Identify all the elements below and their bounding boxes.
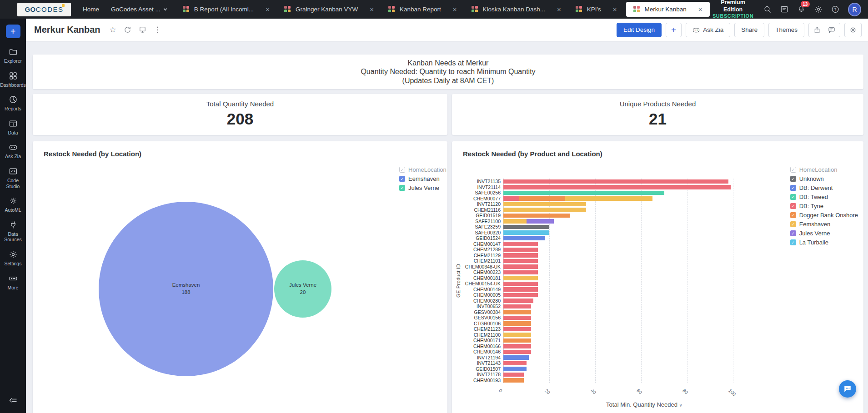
bar[interactable] — [503, 282, 538, 286]
legend-checkbox[interactable]: ✓ — [790, 203, 796, 209]
share-button[interactable]: Share — [734, 23, 764, 37]
bar-segment-eemshaven[interactable] — [503, 202, 586, 207]
legend-checkbox[interactable]: ✓ — [399, 176, 405, 182]
sidebar-item-settings[interactable]: Settings — [0, 250, 26, 267]
tab-close-icon[interactable]: × — [266, 6, 270, 13]
legend-item[interactable]: ✓HomeLocation — [790, 166, 858, 173]
bar-segment-db-tyne[interactable] — [503, 270, 538, 275]
bar-segment-db-tyne[interactable] — [503, 316, 531, 320]
tab-close-icon[interactable]: × — [698, 6, 702, 13]
legend-checkbox[interactable]: ✓ — [790, 221, 796, 227]
dashboard-tab[interactable]: KPI's× — [568, 0, 624, 19]
legend-checkbox[interactable]: ✓ — [790, 167, 796, 173]
legend-item[interactable]: ✓La Turballe — [790, 239, 858, 246]
slideshow-icon[interactable] — [139, 26, 146, 34]
bar-segment-eemshaven[interactable] — [503, 208, 586, 212]
bar[interactable] — [503, 185, 731, 189]
bar[interactable] — [503, 242, 538, 246]
bar-segment-db-tyne[interactable] — [503, 327, 531, 332]
legend-item[interactable]: ✓DB: Derwent — [790, 184, 858, 191]
legend-checkbox[interactable]: ✓ — [790, 185, 796, 191]
bar-segment-db-tyne[interactable] — [503, 259, 538, 264]
sidebar-item-code-studio[interactable]: Code Studio — [0, 167, 26, 189]
bar[interactable] — [503, 333, 531, 337]
bar-segment-db-derwent[interactable] — [503, 367, 527, 371]
sidebar-item-automl[interactable]: AutoML — [0, 196, 26, 213]
bar[interactable] — [503, 373, 524, 377]
sidebar-item-data-sources[interactable]: Data Sources — [0, 220, 26, 243]
nav-asset-menu[interactable]: GoCodes Asset ... — [111, 6, 167, 13]
bar[interactable] — [503, 230, 549, 235]
bar-segment-la-turballe[interactable] — [503, 230, 549, 235]
sidebar-item-explorer[interactable]: Explorer — [0, 47, 26, 64]
sidebar-item-ask-zia[interactable]: Ask Zia — [0, 143, 26, 159]
more-options-icon[interactable]: ⋮ — [154, 25, 161, 35]
bar-segment-db-tyne[interactable] — [503, 185, 731, 189]
bar-segment-db-tweed[interactable] — [503, 191, 664, 195]
legend-item[interactable]: ✓HomeLocation — [399, 166, 447, 173]
bar-segment-db-tyne[interactable] — [503, 350, 531, 354]
bar-segment-jules-verne[interactable] — [527, 219, 554, 224]
bar-segment-dogger-bank-onshore[interactable] — [503, 338, 531, 343]
bar[interactable] — [503, 299, 533, 303]
bar-segment-db-tyne[interactable] — [503, 179, 728, 184]
legend-item[interactable]: ✓Eemshaven — [790, 221, 858, 228]
edit-design-button[interactable]: Edit Design — [617, 23, 662, 37]
bar[interactable] — [503, 270, 538, 275]
settings-gear-icon[interactable] — [814, 5, 823, 14]
subscription-label[interactable]: SUBSCRIPTION — [712, 13, 755, 20]
bar-segment-db-tyne[interactable] — [503, 242, 538, 246]
legend-checkbox[interactable]: ✓ — [790, 212, 796, 218]
legend-item[interactable]: ✓Jules Verne — [399, 184, 447, 191]
chat-assistant-button[interactable] — [839, 380, 856, 398]
legend-item[interactable]: ✓Dogger Bank Onshore — [790, 212, 858, 219]
legend-item[interactable]: ✓Jules Verne — [790, 230, 858, 237]
bar-segment-db-tyne[interactable] — [503, 287, 538, 292]
bar[interactable] — [503, 355, 529, 360]
bar-segment-unknown[interactable] — [503, 225, 549, 229]
bar-segment-db-tyne[interactable] — [503, 282, 538, 286]
bar[interactable] — [503, 179, 728, 184]
x-axis-title[interactable]: Total Min. Quantity Needed ∨ — [503, 401, 785, 408]
bar-segment-db-derwent[interactable] — [503, 236, 545, 241]
bar-segment-dogger-bank-onshore[interactable] — [503, 214, 570, 218]
bar[interactable] — [503, 293, 538, 298]
bar[interactable] — [503, 321, 531, 326]
legend-checkbox[interactable]: ✓ — [399, 185, 405, 191]
search-icon[interactable] — [763, 5, 772, 14]
themes-button[interactable]: Themes — [768, 23, 804, 37]
bar-segment-db-tyne[interactable] — [503, 253, 538, 258]
dashboard-tab[interactable]: Grainger Kanban VYW× — [277, 0, 381, 19]
legend-checkbox[interactable]: ✓ — [790, 230, 796, 236]
legend-checkbox[interactable]: ✓ — [790, 194, 796, 200]
bar-segment-db-tyne[interactable] — [503, 373, 524, 377]
bar[interactable] — [503, 378, 524, 383]
bar[interactable] — [503, 344, 531, 348]
export-icon[interactable] — [813, 26, 821, 34]
legend-item[interactable]: ✓DB: Tweed — [790, 194, 858, 200]
bar-segment-db-tyne[interactable] — [503, 361, 527, 366]
dashboard-tab[interactable]: Kloska Kanban Dash...× — [464, 0, 568, 19]
bar[interactable] — [503, 253, 538, 258]
bar-segment-eemshaven[interactable] — [565, 196, 652, 201]
bar-segment-db-tyne[interactable] — [503, 304, 531, 309]
favorite-star-icon[interactable]: ☆ — [110, 25, 116, 35]
sidebar-item-more[interactable]: More — [0, 274, 26, 291]
nav-home[interactable]: Home — [83, 6, 99, 13]
bar[interactable] — [503, 361, 527, 366]
gear-icon[interactable] — [849, 26, 857, 34]
bar[interactable] — [503, 196, 652, 201]
bar[interactable] — [503, 327, 531, 332]
bar-segment-db-tyne[interactable] — [503, 344, 531, 348]
bar-segment-dogger-bank-onshore[interactable] — [503, 310, 531, 314]
bar-segment-dogger-bank-onshore[interactable] — [519, 196, 565, 201]
bar-segment-eemshaven[interactable] — [503, 276, 538, 280]
bar-segment-db-derwent[interactable] — [503, 355, 529, 360]
bar[interactable] — [503, 287, 538, 292]
bar[interactable] — [503, 259, 538, 264]
bar-segment-dogger-bank-onshore[interactable] — [503, 378, 524, 383]
release-notes-icon[interactable] — [780, 5, 788, 14]
bar-segment-db-tyne[interactable] — [503, 196, 519, 201]
sidebar-item-dashboards[interactable]: Dashboards — [0, 71, 26, 88]
ask-zia-button[interactable]: Ask Zia — [686, 23, 730, 37]
